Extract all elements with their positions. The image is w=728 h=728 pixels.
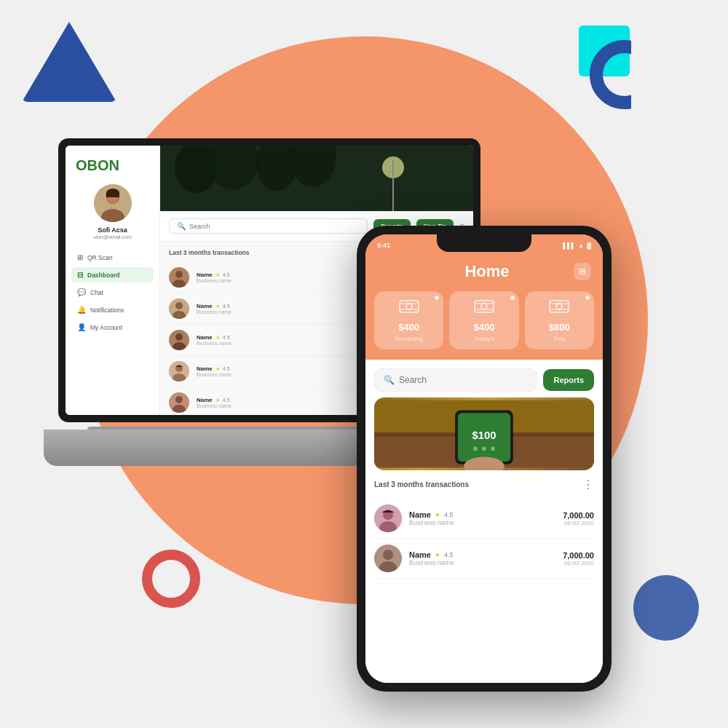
svg-point-16 <box>175 302 183 309</box>
txn-avatar <box>169 330 189 350</box>
laptop-logo: OBON <box>66 157 119 174</box>
total-card: $800 Total <box>525 291 594 349</box>
blue-triangle-icon <box>22 22 116 102</box>
more-options-button[interactable]: ⋮ <box>582 478 594 491</box>
txn-business: Business name <box>197 372 232 377</box>
laptop-search-box[interactable]: 🔍 <box>169 218 368 234</box>
txn-avatar <box>169 298 189 319</box>
txn-right: 7,000.00 02-02-2020 <box>563 551 594 566</box>
phone-screen: 9:41 ▌▌▌ ▲ ▓ Home ⊞ <box>365 234 603 683</box>
txn-name: Name <box>197 334 213 341</box>
card-remaining-amount: $400 <box>398 322 419 333</box>
dashboard-icon: ⊟ <box>77 271 83 279</box>
phone-search-box[interactable]: 🔍 <box>374 368 537 392</box>
list-item: Name ★ 4.5 Business name 7,000.00 02-02-… <box>374 539 594 579</box>
laptop-hero-image <box>160 146 473 211</box>
txn-business: Business name <box>197 309 232 314</box>
laptop-nav: ⊞ QR Scan ⊟ Dashboard 💬 Chat 🔔 <box>66 250 159 335</box>
svg-rect-38 <box>550 301 569 312</box>
chat-icon: 💬 <box>77 288 86 296</box>
txn-name: Name <box>197 365 213 372</box>
sidebar-item-label: Dashboard <box>87 272 119 279</box>
card-remaining-label: Remaining <box>395 336 423 342</box>
txn-rating: 4.5 <box>223 397 230 403</box>
wifi-icon: ▲ <box>578 242 584 249</box>
sidebar-item-dashboard[interactable]: ⊟ Dashboard <box>71 267 154 282</box>
phone-reports-button[interactable]: Reports <box>543 369 594 391</box>
svg-point-31 <box>406 304 412 309</box>
txn-info: Name ★ 4.5 Business name <box>197 272 232 283</box>
phone-cards-row: $400 Remaining $4 <box>365 291 603 360</box>
txn-business: Business name <box>197 403 232 408</box>
laptop-user-name: Sofi Acsa <box>98 226 127 234</box>
phone-header: Home ⊞ <box>365 256 603 291</box>
txn-rating: 4.5 <box>223 304 230 309</box>
laptop-user-email: user@email.com <box>93 234 132 240</box>
remaining-card: $400 Remaining <box>374 291 443 349</box>
money-icon <box>399 298 419 319</box>
list-item: Name ★ 4.5 Business name 7,000.00 02-02-… <box>374 499 594 539</box>
card-dot <box>435 296 439 300</box>
signal-icon: ▌▌▌ <box>563 242 575 249</box>
txn-name: Name <box>409 550 431 559</box>
txn-rating: 4.5 <box>223 272 230 277</box>
today-card: $400 Today's <box>449 291 518 349</box>
laptop-sidebar: OBON Sofi Acsa user@email. <box>66 146 160 415</box>
svg-point-50 <box>491 447 495 451</box>
phone-promo-banner: $100 <box>374 397 594 470</box>
sidebar-item-label: QR Scan <box>87 254 113 261</box>
txn-name: Name <box>197 272 213 278</box>
sidebar-item-notifications[interactable]: 🔔 Notifications <box>71 302 154 317</box>
txn-avatar <box>374 545 402 572</box>
txn-rating: 4.5 <box>223 335 230 340</box>
svg-point-48 <box>473 447 478 451</box>
phone-search-input[interactable] <box>399 375 528 385</box>
sidebar-item-label: Notifications <box>90 306 124 314</box>
blue-circle-icon <box>633 575 699 641</box>
card-total-label: Total <box>553 336 566 342</box>
sidebar-item-label: Chat <box>90 289 103 296</box>
battery-icon: ▓ <box>587 242 591 249</box>
sidebar-item-myaccount[interactable]: 👤 My Account <box>71 320 154 335</box>
svg-rect-30 <box>400 301 419 312</box>
txn-avatar <box>374 505 402 532</box>
money-icon <box>474 298 494 319</box>
txn-name: Name <box>409 510 431 519</box>
qrscan-icon: ⊞ <box>77 253 83 261</box>
txn-business: Business name <box>409 559 555 566</box>
phone-page-title: Home <box>400 262 574 281</box>
card-today-amount: $400 <box>474 322 495 333</box>
txn-info: Name ★ 4.5 Business name <box>197 303 232 314</box>
phone-device: 9:41 ▌▌▌ ▲ ▓ Home ⊞ <box>357 226 612 692</box>
sidebar-item-chat[interactable]: 💬 Chat <box>71 285 154 300</box>
txn-name: Name <box>197 397 213 403</box>
svg-point-19 <box>175 333 183 341</box>
txn-info: Name ★ 4.5 Business name <box>197 365 232 377</box>
phone-body: 🔍 Reports <box>365 360 603 683</box>
txn-right: 7,000.00 02-02-2020 <box>563 511 594 526</box>
red-ring-icon <box>142 550 200 608</box>
txn-rating: 4.5 <box>223 366 230 371</box>
background: OBON Sofi Acsa user@email. <box>0 0 728 728</box>
txn-date: 02-02-2020 <box>563 520 594 526</box>
txn-rating: 4.5 <box>444 511 454 518</box>
bell-icon: 🔔 <box>77 306 86 314</box>
card-total-amount: $800 <box>549 322 570 333</box>
txn-amount: 7,000.00 <box>563 551 594 560</box>
search-icon: 🔍 <box>177 222 186 230</box>
phone-time: 9:41 <box>377 242 390 249</box>
svg-point-25 <box>175 396 183 403</box>
txn-business: Business name <box>197 278 232 283</box>
phone-outer: 9:41 ▌▌▌ ▲ ▓ Home ⊞ <box>357 226 612 692</box>
sidebar-item-label: My Account <box>90 324 122 331</box>
phone-filter-button[interactable]: ⊞ <box>574 263 591 280</box>
txn-rating: 4.5 <box>444 551 454 558</box>
sidebar-item-qrscan[interactable]: ⊞ QR Scan <box>71 250 154 265</box>
svg-point-35 <box>481 304 487 309</box>
phone-transactions: Last 3 months transactions ⋮ <box>365 478 603 579</box>
txn-date: 02-02-2020 <box>563 560 594 566</box>
card-dot <box>510 296 515 300</box>
search-input[interactable] <box>189 223 360 230</box>
txn-name: Name <box>197 303 213 309</box>
svg-point-49 <box>482 447 486 451</box>
